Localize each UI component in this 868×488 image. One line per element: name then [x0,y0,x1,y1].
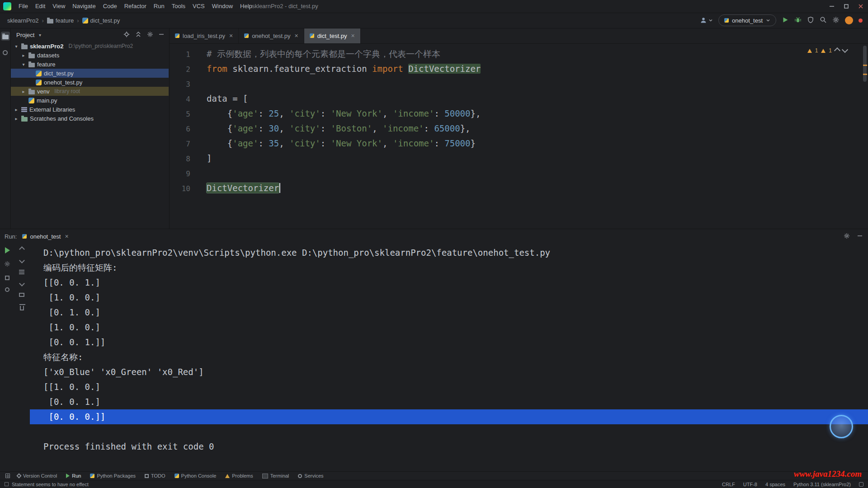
coverage-button[interactable] [807,16,814,25]
next-problem-icon[interactable] [842,47,848,53]
toolwindow-button-python-console[interactable]: Python Console [170,472,221,480]
status-widget-utf-8[interactable]: UTF-8 [743,482,757,487]
run-configuration-select[interactable]: onehot_test [718,14,776,26]
console-line[interactable]: 编码后的特征矩阵: [30,260,868,275]
code-line[interactable]: 5 {'age': 25, 'city': 'New York', 'incom… [170,106,868,121]
clear-all-icon[interactable] [20,306,24,310]
prev-problem-icon[interactable] [834,47,840,54]
tab-close-icon[interactable]: × [229,32,233,39]
tree-arrow-icon[interactable]: ▾ [21,62,26,67]
tree-item-dict-test-py[interactable]: dict_test.py [11,69,169,78]
hide-panel-icon[interactable] [159,32,164,38]
status-widget-crlf[interactable]: CRLF [722,482,735,487]
editor-body[interactable]: 1# 示例数据，列表中的每个元素都是一个字典，代表一个样本2from sklea… [170,44,868,229]
toolwindow-button-version-control[interactable]: Version Control [13,472,61,480]
console-line[interactable]: [[1. 0. 0.] [30,380,868,394]
tree-arrow-icon[interactable]: ▸ [14,107,19,112]
print-icon[interactable] [19,293,24,297]
scrollbar-thumb[interactable] [863,46,867,82]
console-line[interactable]: ['x0_Blue' 'x0_Green' 'x0_Red'] [30,365,868,380]
code-area[interactable]: 1# 示例数据，列表中的每个元素都是一个字典，代表一个样本2from sklea… [170,44,868,196]
run-tab-close-icon[interactable]: × [65,233,68,240]
user-icon[interactable] [700,17,713,24]
search-everywhere-icon[interactable] [820,16,827,25]
code-line[interactable]: 3 [170,76,868,91]
tree-item-feature[interactable]: ▾feature [11,60,169,69]
toolwindow-button-todo[interactable]: TODO [140,472,170,480]
tree-item-main-py[interactable]: main.py [11,96,169,105]
stop-button[interactable] [5,276,9,280]
menu-run[interactable]: Run [150,0,168,13]
menu-edit[interactable]: Edit [32,0,49,13]
toolwindow-button-terminal[interactable]: Terminal [258,472,294,480]
tree-arrow-icon[interactable]: ▸ [21,89,26,94]
breadcrumb-item-sklearnpro2[interactable]: sklearnPro2 [6,17,39,24]
hide-run-panel-icon[interactable] [857,233,863,240]
toolwindow-switcher-icon[interactable] [5,474,10,478]
console-line[interactable]: Process finished with exit code 0 [30,439,868,454]
code-line[interactable]: 4data = [ [170,91,868,106]
console-line[interactable]: [0. 0. 0.]] [30,409,868,424]
console-line[interactable]: 特征名称: [30,350,868,365]
menu-navigate[interactable]: Navigate [69,0,99,13]
toolwindow-button-problems[interactable]: Problems [221,472,257,480]
tab-load-iris-test-py[interactable]: load_iris_test.py× [170,28,239,43]
console-line[interactable]: [1. 0. 0.] [30,290,868,305]
tab-onehot-test-py[interactable]: onehot_test.py× [239,28,304,43]
scroll-to-end-icon[interactable] [19,281,25,286]
minimize-icon[interactable] [825,0,839,13]
code-line[interactable]: 2from sklearn.feature_extraction import … [170,61,868,76]
warning-stripe-mark[interactable] [863,74,867,75]
rerun-button[interactable] [5,247,10,253]
locate-file-icon[interactable] [123,31,130,39]
tree-item-external-libraries[interactable]: ▸External Libraries [11,105,169,114]
up-stack-icon[interactable] [19,246,25,252]
toolwindow-button-python-packages[interactable]: Python Packages [85,472,140,480]
toolwindow-button-run[interactable]: Run [61,472,85,480]
menu-view[interactable]: View [49,0,69,13]
panel-options-gear-icon[interactable] [147,31,153,39]
menu-tools[interactable]: Tools [168,0,189,13]
collapse-all-icon[interactable] [135,31,142,39]
tab-dict-test-py[interactable]: dict_test.py× [304,28,361,43]
console-line[interactable]: D:\python_pro\sklearnPro2\venv\Scripts\p… [30,245,868,260]
status-widget-python-3-11-sklearnpro2[interactable]: Python 3.11 (sklearnPro2) [793,482,851,487]
console-line[interactable]: [0. 0. 1.]] [30,335,868,350]
menu-file[interactable]: File [15,0,32,13]
pin-icon[interactable] [5,287,9,292]
run-tab[interactable]: onehot_test × [22,233,68,240]
console-line[interactable]: [0. 1. 0.] [30,305,868,320]
run-settings-gear-icon[interactable] [844,233,850,240]
maximize-icon[interactable] [839,0,854,13]
soft-wrap-icon[interactable] [19,270,24,274]
tree-item-sklearnpro2[interactable]: ▾sklearnPro2D:\python_pro\sklearnPro2 [11,42,169,51]
tree-item-datasets[interactable]: ▸datasets [11,51,169,60]
breadcrumb-item-dict-test-py[interactable]: dict_test.py [81,17,121,24]
project-toolwindow-icon[interactable] [1,32,10,41]
close-icon[interactable] [854,0,868,13]
down-stack-icon[interactable] [19,258,25,263]
code-line[interactable]: 10DictVectorizer [170,181,868,196]
settings-gear-icon[interactable] [832,16,840,25]
code-line[interactable]: 1# 示例数据，列表中的每个元素都是一个字典，代表一个样本 [170,47,868,61]
tree-arrow-icon[interactable]: ▸ [14,116,19,121]
code-line[interactable]: 7 {'age': 35, 'city': 'New York', 'incom… [170,136,868,151]
project-panel-title[interactable]: Project [16,32,34,38]
run-button[interactable] [782,16,789,25]
editor-scrollbar[interactable] [862,44,868,229]
tab-close-icon[interactable]: × [294,32,298,39]
tree-arrow-icon[interactable]: ▾ [14,44,19,49]
inspections-widget[interactable]: 1 1 [807,47,847,54]
code-line[interactable]: 9 [170,166,868,181]
menu-window[interactable]: Window [208,0,236,13]
menu-refactor[interactable]: Refactor [121,0,150,13]
commit-toolwindow-icon[interactable] [1,48,10,57]
profile-avatar[interactable] [845,16,853,24]
status-widget-4-spaces[interactable]: 4 spaces [765,482,785,487]
tab-close-icon[interactable]: × [351,32,354,39]
tree-item-onehot-test-py[interactable]: onehot_test.py [11,78,169,87]
run-console[interactable]: D:\python_pro\sklearnPro2\venv\Scripts\p… [30,244,868,471]
tree-arrow-icon[interactable]: ▸ [21,53,26,58]
run-options-gear-icon[interactable] [4,261,10,268]
status-widget-icon[interactable] [859,482,863,487]
